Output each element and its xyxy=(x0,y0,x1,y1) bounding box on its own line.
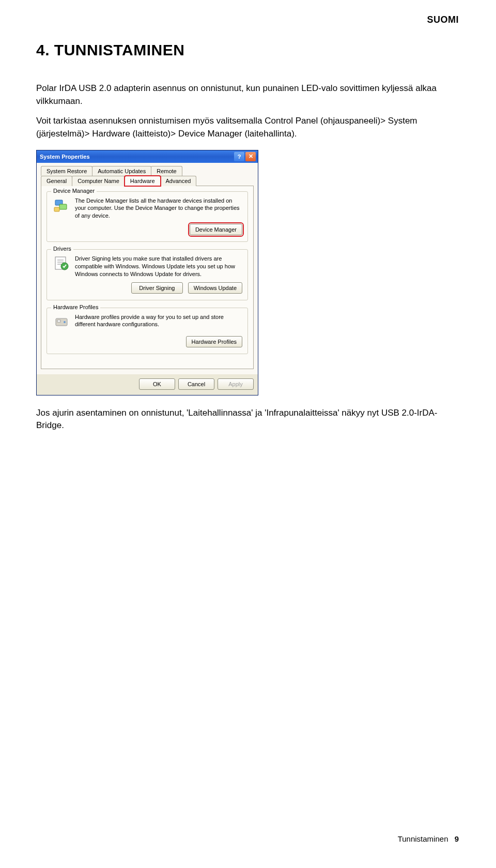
page-heading: 4. TUNNISTAMINEN xyxy=(36,41,460,59)
device-manager-icon xyxy=(52,197,71,216)
tab-panel-hardware: Device Manager The Device Manager lists … xyxy=(41,186,254,369)
tab-computer-name[interactable]: Computer Name xyxy=(72,176,125,186)
group-hardware-profiles: Hardware Profiles Hardware profiles prov… xyxy=(47,308,248,354)
system-properties-dialog: System Properties ? ✕ System Restore Aut… xyxy=(36,150,258,395)
group-drivers: Drivers Driver Signing lets you make sur… xyxy=(47,249,248,300)
language-tag: SUOMI xyxy=(427,14,459,25)
page-footer: Tunnistaminen 9 xyxy=(398,834,459,843)
tab-remote[interactable]: Remote xyxy=(151,166,182,176)
footer-page-number: 9 xyxy=(455,834,459,843)
ok-button[interactable]: OK xyxy=(139,378,175,390)
footer-section: Tunnistaminen xyxy=(398,834,448,843)
legend-hardware-profiles: Hardware Profiles xyxy=(51,304,100,310)
close-button[interactable]: ✕ xyxy=(245,152,256,161)
svg-rect-2 xyxy=(54,207,59,211)
svg-rect-6 xyxy=(57,320,60,322)
tab-strip: System Restore Automatic Updates Remote … xyxy=(41,166,254,186)
tab-advanced[interactable]: Advanced xyxy=(160,176,197,186)
dialog-footer: OK Cancel Apply xyxy=(37,374,258,395)
tab-hardware[interactable]: Hardware xyxy=(125,176,161,186)
legend-drivers: Drivers xyxy=(51,246,73,252)
svg-point-7 xyxy=(64,321,66,323)
legend-device-manager: Device Manager xyxy=(51,188,97,194)
apply-button[interactable]: Apply xyxy=(218,378,254,390)
device-manager-text: The Device Manager lists all the hardwar… xyxy=(75,197,242,220)
paragraph-2: Voit tarkistaa asennuksen onnistumisen m… xyxy=(36,115,439,140)
paragraph-3: Jos ajurin asentaminen on onnistunut, 'L… xyxy=(36,407,439,432)
dialog-title: System Properties xyxy=(40,154,90,160)
close-icon: ✕ xyxy=(249,153,253,160)
drivers-icon xyxy=(52,255,71,273)
hardware-profiles-button[interactable]: Hardware Profiles xyxy=(186,336,242,347)
tab-general[interactable]: General xyxy=(41,176,72,186)
hardware-profiles-text: Hardware profiles provide a way for you … xyxy=(75,313,242,332)
tab-automatic-updates[interactable]: Automatic Updates xyxy=(92,166,151,176)
dialog-titlebar: System Properties ? ✕ xyxy=(37,150,258,163)
cancel-button[interactable]: Cancel xyxy=(178,378,214,390)
help-button[interactable]: ? xyxy=(234,152,244,161)
device-manager-button[interactable]: Device Manager xyxy=(190,224,242,235)
hardware-profiles-icon xyxy=(52,313,71,332)
driver-signing-button[interactable]: Driver Signing xyxy=(131,282,183,294)
tab-system-restore[interactable]: System Restore xyxy=(41,166,92,176)
svg-rect-1 xyxy=(59,204,67,209)
group-device-manager: Device Manager The Device Manager lists … xyxy=(47,191,248,242)
paragraph-1: Polar IrDA USB 2.0 adapterin asennus on … xyxy=(36,82,439,108)
drivers-text: Driver Signing lets you make sure that i… xyxy=(75,255,242,278)
windows-update-button[interactable]: Windows Update xyxy=(188,282,242,294)
